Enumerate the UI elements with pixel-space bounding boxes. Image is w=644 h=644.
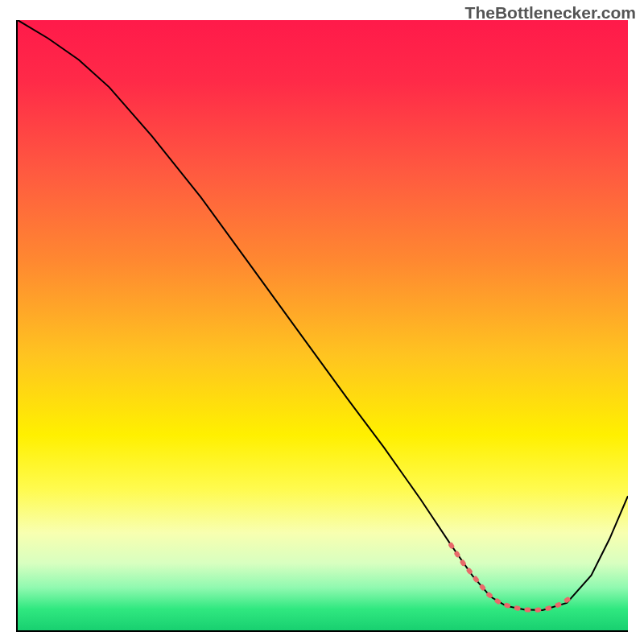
chart-plot-area: [16, 20, 628, 632]
watermark-text: TheBottlenecker.com: [465, 3, 636, 23]
gradient-background: [18, 20, 628, 630]
chart-svg: [18, 20, 628, 630]
